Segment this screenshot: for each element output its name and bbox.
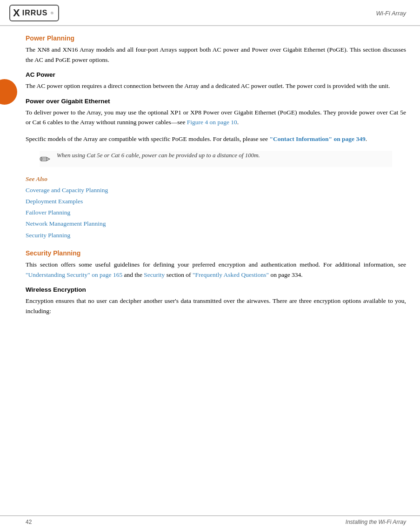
security-para1-mid: and the xyxy=(122,271,144,278)
poge-para2-pre: Specific models of the Array are compati… xyxy=(26,135,269,142)
security-faq-link[interactable]: "Frequently Asked Questions" xyxy=(193,271,269,278)
note-pencil-icon: ✏ xyxy=(40,152,50,167)
page-footer: 42 Installing the Wi-Fi Array xyxy=(0,516,420,529)
see-also-link-network[interactable]: Network Management Planning xyxy=(26,218,406,229)
poge-para1: To deliver power to the Array, you may u… xyxy=(26,107,406,127)
poge-para2: Specific models of the Array are compati… xyxy=(26,134,406,144)
footer-page-number: 42 xyxy=(26,519,32,525)
poge-para2-post: . xyxy=(366,135,367,142)
security-planning-section: Security Planning This section offers so… xyxy=(26,249,406,280)
wireless-encryption-section: Wireless Encryption Encryption ensures t… xyxy=(26,286,406,316)
power-planning-section: Power Planning The XN8 and XN16 Array mo… xyxy=(26,34,406,65)
main-content: Power Planning The XN8 and XN16 Array mo… xyxy=(0,26,420,332)
security-word-link[interactable]: Security xyxy=(144,271,165,278)
ac-power-heading: AC Power xyxy=(26,71,406,78)
power-planning-intro: The XN8 and XN16 Array models and all fo… xyxy=(26,45,406,65)
page-header: X IRRUS ® Wi-Fi Array xyxy=(0,0,420,26)
wireless-encryption-heading: Wireless Encryption xyxy=(26,286,406,293)
security-understanding-link[interactable]: "Understanding Security" on page 165 xyxy=(26,271,122,278)
see-also-link-security[interactable]: Security Planning xyxy=(26,230,406,241)
poge-figure-link[interactable]: Figure 4 on page 10 xyxy=(187,119,237,126)
security-para1-post-pre: section of xyxy=(165,271,193,278)
logo-registered: ® xyxy=(50,11,53,15)
logo-area: X IRRUS ® xyxy=(9,5,59,21)
header-title: Wi-Fi Array xyxy=(376,10,406,17)
logo-irrus-text: IRRUS xyxy=(22,9,48,17)
wireless-encryption-text: Encryption ensures that no user can deci… xyxy=(26,296,406,316)
poge-heading: Power over Gigabit Ethernet xyxy=(26,98,406,105)
see-also-section: See Also Coverage and Capacity Planning … xyxy=(26,175,406,241)
see-also-link-coverage[interactable]: Coverage and Capacity Planning xyxy=(26,185,406,196)
power-planning-heading: Power Planning xyxy=(26,34,406,42)
logo-box: X IRRUS ® xyxy=(9,5,59,21)
ac-power-text: The AC power option requires a direct co… xyxy=(26,81,406,91)
footer-title: Installing the Wi-Fi Array xyxy=(346,519,406,525)
poge-section: Power over Gigabit Ethernet To deliver p… xyxy=(26,98,406,167)
note-text: When using Cat 5e or Cat 6 cable, power … xyxy=(57,151,260,160)
page-container: X IRRUS ® Wi-Fi Array Power Planning The… xyxy=(0,0,420,529)
security-planning-heading: Security Planning xyxy=(26,249,406,257)
note-box: ✏ When using Cat 5e or Cat 6 cable, powe… xyxy=(40,151,392,167)
see-also-link-failover[interactable]: Failover Planning xyxy=(26,207,406,218)
security-planning-para1: This section offers some useful guidelin… xyxy=(26,260,406,280)
poge-contact-link[interactable]: "Contact Information" on page 349 xyxy=(269,135,365,142)
see-also-heading: See Also xyxy=(26,175,406,183)
security-para1-pre: This section offers some useful guidelin… xyxy=(26,261,406,268)
logo-x-letter: X xyxy=(13,7,20,19)
security-para1-post: on page 334. xyxy=(269,271,303,278)
see-also-link-deployment[interactable]: Deployment Examples xyxy=(26,196,406,207)
poge-para1-post: . xyxy=(237,119,239,126)
ac-power-section: AC Power The AC power option requires a … xyxy=(26,71,406,91)
